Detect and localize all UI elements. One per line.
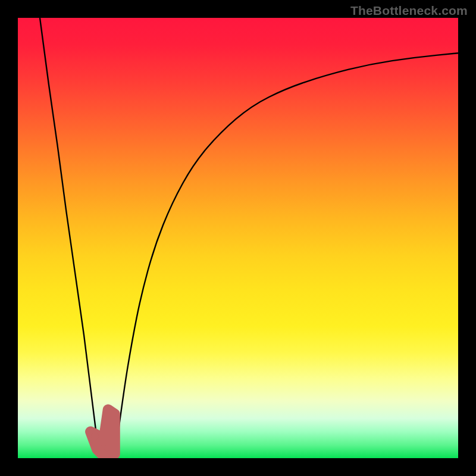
curve-overlay bbox=[18, 18, 458, 458]
curve-left-branch bbox=[40, 18, 99, 458]
curve-right-branch bbox=[115, 53, 458, 458]
outer-frame: TheBottleneck.com bbox=[0, 0, 476, 476]
point-marker-icon bbox=[92, 433, 99, 440]
plot-area bbox=[18, 18, 458, 458]
watermark-label: TheBottleneck.com bbox=[350, 4, 468, 18]
